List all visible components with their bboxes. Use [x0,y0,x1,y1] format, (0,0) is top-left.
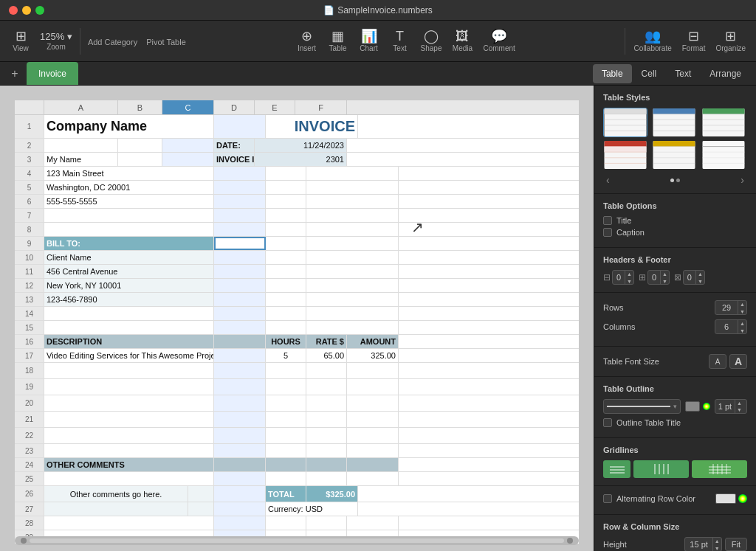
cell-ef7[interactable] [306,209,399,222]
cell-rate-header[interactable]: RATE $ [306,335,347,348]
cell-service-hours[interactable]: 5 [266,349,306,362]
cell-d9[interactable] [266,237,306,250]
cell-b3[interactable] [118,153,162,166]
style-thumb-1[interactable] [603,108,647,137]
zoom-button[interactable]: 125% ▾ Zoom [35,29,77,54]
cell-c13[interactable] [214,293,266,306]
collaborate-button[interactable]: 👥 Collaborate [630,27,676,55]
style-thumb-2[interactable] [652,108,696,137]
cell-c17[interactable] [214,349,266,362]
format-button[interactable]: ⊟ Format [678,27,710,55]
cell-d12[interactable] [266,279,306,292]
outline-pt-down[interactable]: ▼ [735,406,743,413]
style-thumb-5[interactable] [652,140,696,170]
cell-ef3[interactable]: 2301 [255,153,347,166]
columns-up[interactable]: ▲ [738,319,746,327]
cell-ef9[interactable] [306,237,399,250]
style-thumb-6[interactable] [701,140,746,170]
height-stepper[interactable]: 15 pt ▲ ▼ [684,537,721,551]
outline-pt-up[interactable]: ▲ [735,400,743,406]
cell-a4[interactable]: 123 Main Street [44,167,214,180]
caption-checkbox[interactable] [603,228,612,237]
col-header-b[interactable]: B [118,100,162,114]
minimize-button[interactable] [22,6,31,15]
view-button[interactable]: ⊞ View [6,27,35,55]
cell-d5[interactable] [266,181,306,194]
cell-c12[interactable] [214,279,266,292]
cell-c10[interactable] [214,251,266,264]
tab-table[interactable]: Table [593,64,632,83]
cell-ef8[interactable] [306,223,399,236]
col-header-d[interactable]: D [214,100,255,114]
alt-color-wheel[interactable] [738,494,747,503]
outline-color-swatch[interactable] [685,401,700,412]
cell-c3[interactable] [162,153,214,166]
cell-ef4[interactable] [306,167,399,180]
text-button[interactable]: T Text [385,27,415,55]
cell-a10[interactable]: Client Name [44,251,214,264]
hf-up-3[interactable]: ▲ [696,270,704,277]
height-up[interactable]: ▲ [713,537,721,544]
tab-text[interactable]: Text [666,64,700,83]
hf-box-3[interactable]: 0 ▲ ▼ [683,270,705,285]
outline-color-wheel[interactable] [703,403,710,410]
cell-comments-text[interactable]: Other comments go here. [44,486,188,502]
cell-a15[interactable] [44,321,214,334]
col-header-a[interactable]: A [44,100,118,114]
cell-d3[interactable]: INVOICE ID: [214,153,255,166]
cell-hours-header[interactable]: HOURS [266,335,306,348]
insert-button[interactable]: ⊕ Insert [292,27,322,55]
cell-a11[interactable]: 456 Central Avenue [44,265,214,278]
styles-dot-2[interactable] [676,179,680,182]
cell-a7[interactable] [44,209,214,222]
cell-c4[interactable] [214,167,266,180]
cell-c2[interactable] [162,139,214,152]
cell-a5[interactable]: Washington, DC 20001 [44,181,214,194]
hf-box-2[interactable]: 0 ▲ ▼ [647,270,670,285]
cell-c1[interactable] [214,115,266,138]
hf-down-2[interactable]: ▼ [661,277,669,285]
col-header-e[interactable]: E [255,100,295,114]
cell-c8[interactable] [214,223,266,236]
cell-d2[interactable]: DATE: [214,139,255,152]
cell-d14[interactable] [266,307,306,320]
cell-c16[interactable] [214,335,266,348]
traffic-lights[interactable] [9,6,44,15]
height-down[interactable]: ▼ [713,544,721,551]
cell-ef11[interactable] [306,265,399,278]
cell-d15[interactable] [266,321,306,334]
outline-line-selector[interactable]: ▾ [603,399,681,414]
cell-c11[interactable] [214,265,266,278]
maximize-button[interactable] [35,6,44,15]
cell-d13[interactable] [266,293,306,306]
hf-up-1[interactable]: ▲ [625,270,633,277]
cell-c5[interactable] [214,181,266,194]
cell-amount-header[interactable]: AMOUNT [347,335,399,348]
cell-a3[interactable]: My Name [44,153,118,166]
organize-button[interactable]: ⊞ Organize [711,27,750,55]
hf-down-3[interactable]: ▼ [696,277,704,285]
title-checkbox[interactable] [603,216,612,225]
style-thumb-4[interactable] [603,140,647,170]
cell-a14[interactable] [44,307,214,320]
alt-color-swatch[interactable] [715,493,736,504]
cell-ef1[interactable]: INVOICE [266,115,358,138]
cell-d10[interactable] [266,251,306,264]
rows-up[interactable]: ▲ [738,300,746,308]
cell-b2[interactable] [118,139,162,152]
close-button[interactable] [9,6,18,15]
cell-total-label[interactable]: TOTAL [266,486,306,502]
columns-down[interactable]: ▼ [738,327,746,334]
cell-a9[interactable]: BILL TO: [44,237,214,250]
cell-c6[interactable] [214,195,266,208]
cell-c7[interactable] [214,209,266,222]
cell-a13[interactable]: 123-456-7890 [44,293,214,306]
col-header-c[interactable]: C [162,100,214,114]
hf-down-1[interactable]: ▼ [625,277,633,285]
cell-a8[interactable] [44,223,214,236]
hf-box-1[interactable]: 0 ▲ ▼ [612,270,634,285]
cell-currency[interactable]: Currency: USD [266,502,358,516]
sheet-tab-invoice[interactable]: Invoice [27,62,78,85]
font-size-increase[interactable]: A [729,354,747,369]
cell-desc-header[interactable]: DESCRIPTION [44,335,214,348]
